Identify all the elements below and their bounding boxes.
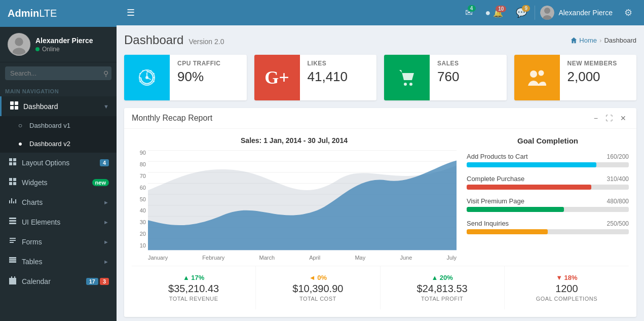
user-menu[interactable]: Alexander Pierce (535, 6, 618, 20)
likes-value: 41,410 (308, 69, 369, 85)
chart-svg-wrap: January February March April May June Ju… (148, 150, 457, 261)
calendar-icon (8, 276, 18, 286)
info-boxes: CPU TRAFFIC 90% G+ LIKES 41,410 (124, 55, 636, 100)
sidebar-item-layout[interactable]: Layout Options 4 (0, 153, 117, 172)
user-menu-avatar (540, 6, 554, 20)
box-tools: − ⛶ ✕ (591, 113, 629, 123)
goal-item-1: Complete Purchase 310/400 (467, 175, 629, 190)
sidebar-item-dashboard-v1[interactable]: ○ Dashboard v1 (0, 116, 117, 134)
sidebar-item-widgets-label: Widgets (22, 179, 48, 187)
page-title: Dashboard (124, 33, 183, 47)
user-menu-name: Alexander Pierce (558, 9, 613, 17)
sidebar-logo: AdminLTE (0, 0, 117, 27)
sidebar-item-calendar[interactable]: Calendar 17 3 (0, 271, 117, 291)
svg-rect-8 (9, 220, 16, 222)
layout-badge: 4 (100, 159, 109, 166)
search-input[interactable] (5, 66, 111, 80)
sidebar-search[interactable]: ⚲ (0, 62, 117, 84)
logo-text: AdminLTE (8, 8, 57, 19)
sidebar-item-charts-label: Charts (22, 198, 43, 206)
content-wrapper: Dashboard Version 2.0 Home › Dashboard (117, 25, 644, 321)
stat-label-0: TOTAL REVENUE (137, 296, 250, 302)
search-button[interactable]: ⚲ (103, 69, 108, 78)
stat-item-1: ◄ 0% $10,390.90 TOTAL COST (256, 266, 380, 309)
progress-bar-0 (467, 162, 629, 167)
user-info: Alexander Pierce Online (35, 37, 109, 53)
svg-rect-6 (15, 106, 18, 110)
breadcrumb: Home › Dashboard (571, 37, 636, 44)
forms-icon (8, 237, 18, 246)
breadcrumb-link-home[interactable]: Home (579, 37, 597, 44)
goal-item-0: Add Products to Cart 160/200 (467, 153, 629, 167)
user-name: Alexander Pierce (35, 37, 109, 45)
sidebar-item-forms[interactable]: Forms ► (0, 232, 117, 252)
goal-value-3: 250/500 (607, 220, 629, 227)
gplus-icon: G+ (254, 55, 300, 100)
expand-button[interactable]: ⛶ (603, 113, 615, 123)
sidebar-item-widgets[interactable]: Widgets new (0, 172, 117, 192)
box-title: Monthly Recap Report (132, 114, 212, 123)
sidebar-user-panel: Alexander Pierce Online (0, 27, 117, 62)
status-dot (35, 47, 40, 51)
avatar (8, 33, 30, 56)
goal-label-3: Send Inquiries (467, 220, 509, 227)
sidebar-item-tables[interactable]: Tables ► (0, 252, 117, 271)
goal-label-1: Complete Purchase (467, 175, 524, 183)
ui-chevron: ► (103, 219, 109, 225)
calendar-badge-17: 17 (86, 278, 98, 285)
dashboard-v1-label: Dashboard v1 (29, 122, 70, 129)
goal-item-header-1: Complete Purchase 310/400 (467, 175, 629, 183)
dashboard-icon (9, 101, 19, 111)
messages-button[interactable]: 💬 9 (511, 3, 532, 22)
sidebar-toggle-button[interactable]: ☰ (124, 5, 137, 21)
sidebar-item-layout-label: Layout Options (22, 159, 69, 167)
svg-rect-5 (10, 106, 14, 110)
chart-with-y: 90 80 70 60 50 40 30 20 10 (132, 150, 457, 261)
settings-button[interactable]: ⚙ (620, 3, 636, 22)
goal-value-2: 480/800 (607, 198, 629, 205)
svg-rect-9 (9, 223, 16, 224)
chart-svg (148, 150, 457, 251)
stat-change-0: ▲ 17% (137, 274, 250, 281)
sidebar-item-dashboard-v2[interactable]: ● Dashboard v2 (0, 134, 117, 153)
close-button[interactable]: ✕ (618, 113, 629, 123)
stat-value-0: $35,210.43 (137, 283, 250, 295)
chart-area: Sales: 1 Jan, 2014 - 30 Jul, 2014 90 80 … (132, 136, 457, 261)
svg-rect-4 (15, 101, 18, 105)
nav-section-label: MAIN NAVIGATION (0, 84, 117, 96)
members-value: 2,000 (567, 69, 629, 85)
likes-label: LIKES (308, 60, 369, 67)
goal-title: Goal Completion (467, 136, 629, 145)
progress-bar-1 (467, 185, 629, 190)
chart-x-axis: January February March April May June Ju… (148, 253, 457, 261)
stat-change-1: ◄ 0% (261, 274, 374, 281)
info-box-members: NEW MEMBERS 2,000 (514, 55, 637, 100)
dashboard-v2-label: Dashboard v2 (29, 140, 70, 148)
stat-value-3: 1200 (510, 283, 624, 295)
progress-fill-1 (467, 185, 591, 190)
calendar-badge-3: 3 (100, 278, 109, 285)
stat-item-3: ▼ 18% 1200 GOAL COMPLETIONS (505, 266, 629, 309)
page-version: Version 2.0 (188, 38, 224, 46)
info-box-sales: SALES 760 (384, 55, 507, 100)
goal-value-0: 160/200 (607, 153, 629, 160)
stat-label-3: GOAL COMPLETIONS (510, 296, 624, 302)
tables-icon (8, 257, 18, 266)
tables-chevron: ► (103, 259, 109, 265)
sidebar-item-dashboard[interactable]: Dashboard ▼ (0, 96, 117, 116)
svg-rect-3 (10, 101, 14, 105)
stat-label-2: TOTAL PROFIT (386, 296, 499, 302)
ui-icon (8, 217, 18, 227)
notifications-button[interactable]: ● 🔔 10 (480, 4, 509, 22)
sidebar-item-dashboard-label: Dashboard (23, 102, 58, 111)
charts-icon (8, 197, 18, 207)
navbar-right: ✉ 4 ● 🔔 10 💬 9 (460, 3, 637, 22)
box-header: Monthly Recap Report − ⛶ ✕ (124, 108, 636, 129)
minimize-button[interactable]: − (591, 113, 600, 123)
goal-item-header-3: Send Inquiries 250/500 (467, 220, 629, 227)
sidebar-item-ui[interactable]: UI Elements ► (0, 212, 117, 232)
sidebar-item-charts[interactable]: Charts ► (0, 192, 117, 212)
layout-icon (8, 158, 18, 167)
mail-button[interactable]: ✉ 4 (460, 3, 478, 22)
cpu-label: CPU TRAFFIC (177, 60, 239, 67)
